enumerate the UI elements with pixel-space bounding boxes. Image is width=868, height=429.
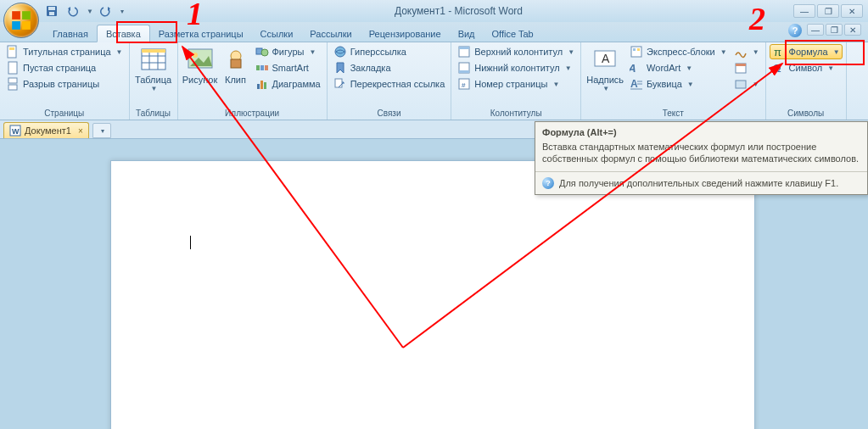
header-icon	[457, 45, 471, 58]
shapes-label: Фигуры	[272, 47, 305, 57]
page-break-button[interactable]: Разрыв страницы	[3, 76, 126, 92]
group-illustrations-label: Иллюстрации	[182, 108, 323, 120]
svg-rect-27	[257, 84, 260, 89]
symbol-label: Символ	[789, 63, 823, 73]
crossref-label: Перекрестная ссылка	[350, 79, 445, 89]
minimize-button[interactable]: —	[793, 4, 815, 18]
svg-rect-35	[459, 70, 469, 73]
table-icon	[140, 46, 167, 73]
inner-window-controls: ? — ❐ ✕	[788, 24, 861, 37]
dropcap-label: Буквица	[647, 79, 682, 89]
crossref-button[interactable]: Перекрестная ссылка	[331, 76, 448, 92]
equation-tooltip: Формула (Alt+=) Вставка стандартных мате…	[535, 121, 868, 195]
svg-rect-41	[633, 48, 636, 51]
chart-button[interactable]: Диаграмма	[253, 76, 323, 92]
help-button[interactable]: ?	[788, 24, 802, 37]
dropcap-button[interactable]: A Буквица▼	[627, 76, 730, 92]
tab-review[interactable]: Рецензирование	[361, 25, 450, 42]
cover-page-button[interactable]: Титульная страница▼	[3, 44, 126, 59]
tab-mailings[interactable]: Рассылки	[301, 25, 360, 42]
window-title: Документ1 - Microsoft Word	[124, 5, 793, 17]
maximize-button[interactable]: ❐	[817, 4, 839, 18]
footer-label: Нижний колонтитул	[474, 63, 559, 73]
wordart-label: WordArt	[647, 63, 680, 73]
svg-rect-11	[8, 85, 17, 90]
equation-label: Формула	[789, 47, 828, 57]
dropcap-icon: A	[630, 77, 643, 91]
hyperlink-label: Гиперссылка	[350, 47, 406, 57]
inner-minimize[interactable]: —	[807, 24, 824, 36]
clip-label: Клип	[225, 75, 246, 85]
document-page[interactable]	[110, 160, 755, 429]
group-links: Гиперссылка Закладка Перекрестная ссылка…	[328, 42, 452, 120]
footer-icon	[457, 61, 471, 75]
svg-rect-2	[12, 21, 20, 30]
save-button[interactable]	[44, 3, 59, 19]
equation-button[interactable]: π Формула▼	[770, 44, 843, 59]
svg-rect-26	[265, 65, 268, 70]
undo-dropdown[interactable]: ▼	[87, 8, 93, 15]
table-button[interactable]: Таблица ▼	[133, 44, 174, 94]
undo-button[interactable]	[64, 3, 80, 19]
hyperlink-button[interactable]: Гиперссылка	[331, 44, 448, 59]
symbol-button[interactable]: Ω Символ▼	[770, 60, 843, 75]
footer-button[interactable]: Нижний колонтитул▼	[455, 60, 577, 75]
chart-icon	[255, 77, 269, 91]
quick-access-toolbar: ▼ ▾	[44, 3, 124, 19]
svg-rect-1	[22, 11, 31, 20]
signature-button[interactable]: ▼	[731, 44, 762, 59]
inner-restore[interactable]: ❐	[826, 24, 843, 36]
wordart-button[interactable]: A WordArt▼	[627, 60, 730, 75]
blank-page-button[interactable]: Пустая страница	[3, 60, 126, 75]
redo-button[interactable]	[98, 3, 114, 19]
smartart-button[interactable]: SmartArt	[253, 60, 323, 75]
svg-point-23	[261, 49, 268, 56]
group-text-label: Текст	[585, 108, 761, 120]
blank-page-icon	[6, 61, 20, 75]
close-button[interactable]: ✕	[841, 4, 863, 18]
svg-rect-42	[637, 48, 640, 51]
quickparts-button[interactable]: Экспресс-блоки▼	[627, 44, 730, 59]
picture-button[interactable]: Рисунок	[182, 44, 219, 86]
datetime-button[interactable]	[731, 60, 762, 75]
document-tab[interactable]: W Документ1 ×	[3, 122, 89, 138]
tab-references[interactable]: Ссылки	[252, 25, 302, 42]
svg-text:W: W	[12, 127, 20, 136]
equation-icon: π	[772, 45, 786, 58]
svg-rect-5	[48, 7, 55, 10]
pagenum-button[interactable]: # Номер страницы▼	[455, 76, 577, 92]
object-button[interactable]: ▼	[731, 76, 762, 92]
office-button[interactable]	[3, 3, 39, 38]
tab-view[interactable]: Вид	[450, 25, 484, 42]
svg-rect-8	[9, 47, 14, 50]
text-cursor	[190, 236, 191, 249]
tab-page-layout[interactable]: Разметка страницы	[150, 25, 252, 42]
word-doc-icon: W	[9, 125, 21, 136]
picture-icon	[187, 46, 214, 73]
textbox-button[interactable]: A Надпись ▼	[585, 44, 625, 94]
clip-button[interactable]: Клип	[221, 44, 251, 86]
tab-home[interactable]: Главная	[44, 25, 97, 42]
svg-rect-0	[12, 11, 20, 20]
textbox-label: Надпись	[586, 75, 624, 85]
header-button[interactable]: Верхний колонтитул▼	[455, 44, 577, 59]
group-symbols-label: Символы	[770, 108, 843, 120]
shapes-button[interactable]: Фигуры▼	[253, 44, 323, 59]
group-illustrations: Рисунок Клип Фигуры▼ SmartArt Диаграмма	[178, 42, 328, 120]
shapes-icon	[255, 45, 269, 58]
ribbon: Титульная страница▼ Пустая страница Разр…	[0, 42, 868, 120]
picture-label: Рисунок	[182, 75, 218, 85]
tooltip-body: Вставка стандартных математических форму…	[535, 139, 867, 171]
symbol-icon: Ω	[772, 61, 786, 75]
group-text: A Надпись ▼ Экспресс-блоки▼ A WordArt▼ A…	[581, 42, 765, 120]
document-tab-close[interactable]: ×	[78, 126, 83, 136]
svg-text:A: A	[630, 62, 639, 75]
inner-close[interactable]: ✕	[844, 24, 861, 36]
tab-office-tab[interactable]: Office Tab	[484, 25, 542, 42]
tab-insert[interactable]: Вставка	[97, 25, 150, 42]
bookmark-button[interactable]: Закладка	[331, 60, 448, 75]
group-headerfooter-label: Колонтитулы	[455, 108, 577, 120]
svg-text:#: #	[462, 81, 466, 89]
new-tab-button[interactable]: ▾	[92, 123, 111, 138]
page-break-icon	[6, 77, 20, 91]
